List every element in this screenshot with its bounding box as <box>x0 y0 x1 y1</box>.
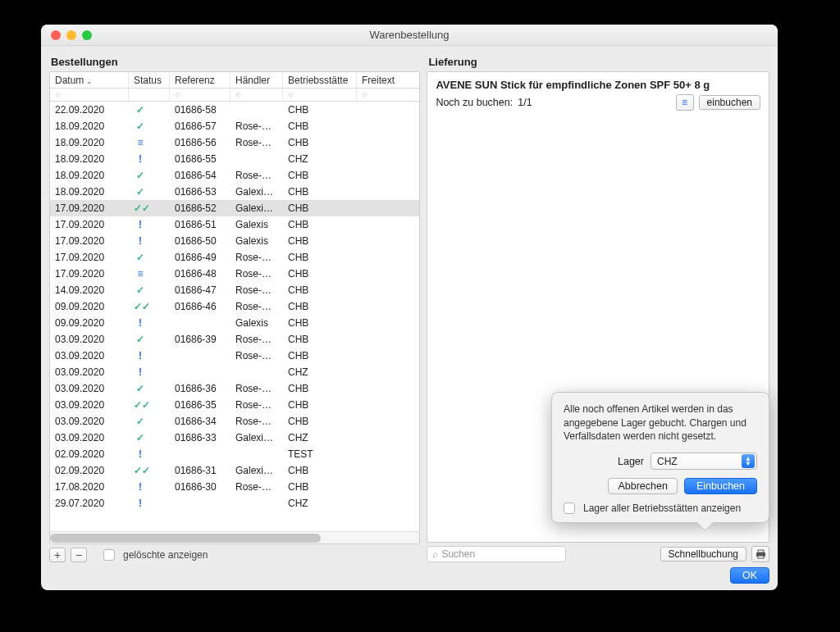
table-row[interactable]: 18.09.2020✓01686-53Galexis…CHB <box>50 184 419 200</box>
filter-haendler[interactable]: ○ <box>231 89 283 101</box>
table-row[interactable]: 17.09.2020✓01686-49Rose-C…CHB <box>50 249 419 266</box>
col-freitext[interactable]: Freitext <box>357 72 419 88</box>
cell-status: ! <box>129 317 170 329</box>
exclamation-icon: ! <box>134 498 147 509</box>
titlebar[interactable]: Warenbestellung <box>41 25 778 46</box>
remove-button[interactable]: − <box>71 548 87 562</box>
cell-haendler: Galexis <box>231 219 283 230</box>
check-icon: ✓ <box>134 186 147 198</box>
table-row[interactable]: 09.09.2020✓✓01686-46Rose-C…CHB <box>50 298 419 315</box>
table-row[interactable]: 14.09.2020✓01686-47Rose-C…CHB <box>50 282 419 298</box>
table-row[interactable]: 02.09.2020✓✓01686-31Galexis…CHB <box>50 462 419 479</box>
schnellbuchung-button[interactable]: Schnellbuchung <box>660 547 746 562</box>
minimize-icon[interactable] <box>66 30 76 40</box>
col-status[interactable]: Status <box>129 72 170 88</box>
horizontal-scrollbar[interactable] <box>50 531 419 543</box>
cell-referenz: 01686-49 <box>170 252 231 263</box>
table-row[interactable]: 17.09.2020≡01686-48Rose-C…CHB <box>50 266 419 282</box>
cell-referenz: 01686-56 <box>170 137 231 148</box>
cell-datum: 18.09.2020 <box>50 170 129 181</box>
table-row[interactable]: 17.09.2020!01686-50GalexisCHB <box>50 233 419 249</box>
table-row[interactable]: 09.09.2020!GalexisCHB <box>50 315 419 331</box>
filter-betriebsstaette[interactable]: ○ <box>283 89 357 101</box>
table-row[interactable]: 03.09.2020!Rose-C…CHB <box>50 348 419 364</box>
cell-datum: 02.09.2020 <box>50 465 129 476</box>
horizontal-scrollbar-thumb[interactable] <box>50 534 321 543</box>
cell-datum: 17.09.2020 <box>50 202 129 214</box>
cell-betriebsstaette: CHB <box>283 235 357 247</box>
maximize-icon[interactable] <box>82 30 92 40</box>
check-icon: ✓ <box>134 334 147 345</box>
cell-haendler: Rose-C… <box>231 334 283 345</box>
cell-datum: 14.09.2020 <box>50 284 129 296</box>
filter-status[interactable] <box>129 89 170 101</box>
search-icon: ⌕ <box>432 548 438 560</box>
orders-table-header: Datum⌄ Status Referenz Händler Betriebss… <box>50 72 419 89</box>
table-row[interactable]: 17.09.2020!01686-51GalexisCHB <box>50 216 419 233</box>
table-row[interactable]: 29.07.2020!CHZ <box>50 495 419 512</box>
cell-datum: 29.07.2020 <box>50 498 129 509</box>
col-haendler[interactable]: Händler <box>231 72 283 88</box>
close-icon[interactable] <box>51 30 61 40</box>
filter-referenz[interactable]: ○ <box>170 89 231 101</box>
einbuchen-button[interactable]: einbuchen <box>699 95 760 110</box>
cell-haendler: Rose-C… <box>231 481 283 493</box>
exclamation-icon: ! <box>134 317 147 329</box>
show-deleted-checkbox[interactable] <box>103 549 115 561</box>
filter-datum[interactable]: ○ <box>50 89 129 101</box>
search-input[interactable]: ⌕ Suchen <box>427 546 566 562</box>
table-row[interactable]: 03.09.2020!CHZ <box>50 364 419 380</box>
cell-betriebsstaette: CHB <box>283 268 357 280</box>
cell-status: ! <box>129 350 170 361</box>
col-betriebsstaette[interactable]: Betriebsstätte <box>283 72 357 88</box>
cell-referenz: 01686-54 <box>170 170 231 181</box>
show-all-stores-checkbox[interactable] <box>564 502 575 514</box>
cell-status: ✓ <box>129 416 170 427</box>
cell-betriebsstaette: CHB <box>283 252 357 263</box>
table-row[interactable]: 18.09.2020≡01686-56Rose-C…CHB <box>50 134 419 151</box>
filter-freitext[interactable]: ○ <box>357 89 419 101</box>
table-row[interactable]: 03.09.2020✓01686-39Rose-C…CHB <box>50 331 419 348</box>
list-icon-button[interactable]: ≡ <box>676 94 694 111</box>
cell-haendler: Rose-C… <box>231 399 283 411</box>
double-check-icon: ✓✓ <box>134 301 147 312</box>
table-row[interactable]: 03.09.2020✓✓01686-35Rose-C…CHB <box>50 397 419 413</box>
cell-status: ✓ <box>129 432 170 443</box>
lager-label: Lager <box>618 456 644 467</box>
table-row[interactable]: 03.09.2020✓01686-33Galexis…CHZ <box>50 430 419 446</box>
cell-datum: 17.09.2020 <box>50 235 129 247</box>
lager-value: CHZ <box>657 456 678 467</box>
table-row[interactable]: 03.09.2020✓01686-36Rose-C…CHB <box>50 380 419 397</box>
table-row[interactable]: 18.09.2020✓01686-54Rose-C…CHB <box>50 167 419 184</box>
print-button[interactable] <box>751 546 769 562</box>
lager-select[interactable]: CHZ ▲▼ <box>651 452 757 470</box>
check-icon: ✓ <box>134 104 147 116</box>
vertical-scrollbar[interactable] <box>414 102 419 519</box>
col-referenz[interactable]: Referenz <box>170 72 231 88</box>
table-row[interactable]: 03.09.2020✓01686-34Rose-C…CHB <box>50 413 419 430</box>
cell-status: ! <box>129 219 170 230</box>
popover-confirm-button[interactable]: Einbuchen <box>684 478 757 494</box>
table-row[interactable]: 17.09.2020✓✓01686-52Galexis…CHB <box>50 200 419 216</box>
ok-button[interactable]: OK <box>730 567 769 584</box>
sort-desc-icon: ⌄ <box>86 77 93 85</box>
cell-haendler: Galexis… <box>231 186 283 198</box>
cell-datum: 02.09.2020 <box>50 448 129 460</box>
popover-cancel-button[interactable]: Abbrechen <box>608 478 677 494</box>
col-datum[interactable]: Datum⌄ <box>50 72 129 88</box>
table-row[interactable]: 18.09.2020!01686-55CHZ <box>50 151 419 167</box>
cell-datum: 17.08.2020 <box>50 481 129 493</box>
table-row[interactable]: 02.09.2020!TEST <box>50 446 419 462</box>
table-row[interactable]: 22.09.2020✓01686-58CHB <box>50 102 419 118</box>
orders-table-body[interactable]: 22.09.2020✓01686-58CHB18.09.2020✓01686-5… <box>50 102 419 531</box>
cell-betriebsstaette: CHB <box>283 317 357 329</box>
add-button[interactable]: + <box>49 548 66 562</box>
table-row[interactable]: 18.09.2020✓01686-57Rose-C…CHB <box>50 118 419 134</box>
delivery-footer: ⌕ Suchen Schnellbuchung <box>427 543 769 562</box>
table-row[interactable]: 17.08.2020!01686-30Rose-C…CHB <box>50 479 419 495</box>
cell-referenz: 01686-52 <box>170 202 231 214</box>
cell-haendler: Rose-C… <box>231 137 283 148</box>
cell-betriebsstaette: CHB <box>283 170 357 181</box>
cell-betriebsstaette: CHB <box>283 219 357 230</box>
cell-datum: 18.09.2020 <box>50 137 129 148</box>
